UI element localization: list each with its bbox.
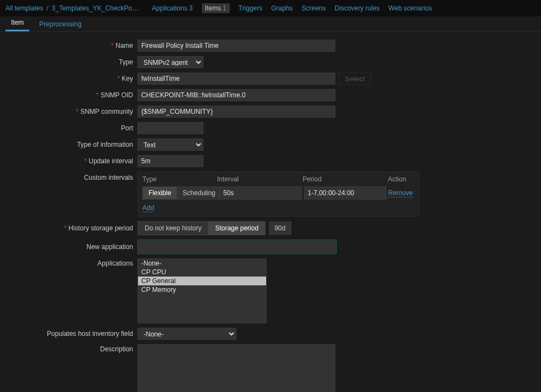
breadcrumb-current[interactable]: 3_Templates_YK_CheckPo… [52, 4, 139, 12]
description-wrap [137, 344, 335, 392]
nav-items-count: 1 [223, 4, 227, 12]
app-option-cp-cpu[interactable]: CP CPU [138, 268, 266, 277]
nav-discovery[interactable]: Discovery rules [335, 4, 380, 12]
host-inventory-select[interactable]: -None- [137, 328, 236, 340]
label-port: Port [0, 124, 137, 132]
ci-remove-link[interactable]: Remove [388, 189, 413, 197]
label-custom-intervals: Custom intervals [0, 172, 137, 181]
item-form: Name Type SNMPv2 agent Key Select SNMP O… [0, 32, 541, 392]
nav-applications[interactable]: Applications3 [152, 4, 192, 12]
label-applications: Applications [0, 258, 137, 267]
snmp-community-input[interactable] [137, 106, 335, 118]
label-description: Description [0, 344, 137, 353]
type-select[interactable]: SNMPv2 agent [137, 56, 203, 68]
update-interval-input[interactable] [137, 155, 203, 167]
nav-applications-link[interactable]: Applications [152, 4, 187, 12]
ci-head-interval: Interval [217, 175, 302, 183]
label-key: Key [0, 75, 137, 82]
snmp-oid-input[interactable] [137, 89, 335, 101]
history-value[interactable]: 90d [269, 222, 291, 235]
breadcrumb: All templates / 3_Templates_YK_CheckPo… [5, 4, 139, 12]
nav-items[interactable]: Items1 [202, 3, 230, 13]
key-select-button: Select [339, 73, 371, 85]
history-dont-keep[interactable]: Do not keep history [138, 222, 208, 235]
tab-preprocessing[interactable]: Preprocessing [34, 17, 87, 31]
ci-period-input[interactable] [304, 186, 387, 200]
ci-flexible-button[interactable]: Flexible [142, 186, 177, 200]
description-textarea[interactable] [137, 344, 335, 392]
history-segmented: Do not keep history Storage period [137, 221, 266, 235]
applications-listbox[interactable]: -None- CP CPU CP General CP Memory [137, 258, 267, 323]
ci-head-action: Action [388, 175, 415, 183]
label-new-application: New application [0, 243, 137, 251]
port-input[interactable] [137, 122, 203, 134]
label-snmp-community: SNMP community [0, 108, 137, 115]
tab-item[interactable]: Item [5, 15, 29, 31]
history-storage-period[interactable]: Storage period [208, 222, 265, 235]
nav-web[interactable]: Web scenarios [389, 4, 432, 12]
key-input[interactable] [137, 73, 335, 85]
form-tabs: Item Preprocessing [0, 16, 541, 32]
new-application-wrap [137, 240, 336, 254]
label-type: Type [0, 58, 137, 66]
ci-head-period: Period [302, 175, 388, 183]
label-host-inventory: Populates host inventory field [0, 330, 137, 338]
custom-intervals-table: Type Interval Period Action Flexible Sch… [137, 172, 419, 217]
app-option-cp-memory[interactable]: CP Memory [138, 285, 266, 294]
nav-applications-count: 3 [189, 4, 193, 12]
app-option-none[interactable]: -None- [138, 259, 266, 268]
breadcrumb-all-templates[interactable]: All templates [5, 4, 43, 12]
nav-graphs[interactable]: Graphs [271, 4, 292, 12]
ci-scheduling-button[interactable]: Scheduling [177, 186, 221, 200]
ci-type-toggle: Flexible Scheduling [142, 186, 222, 200]
name-input[interactable] [137, 40, 335, 52]
ci-interval-input[interactable] [219, 186, 302, 200]
nav-screens[interactable]: Screens [302, 4, 326, 12]
app-option-cp-general[interactable]: CP General [138, 277, 266, 285]
label-type-of-info: Type of information [0, 141, 137, 148]
new-application-input[interactable] [139, 241, 335, 253]
type-of-info-select[interactable]: Text [137, 139, 203, 151]
ci-add-link[interactable]: Add [142, 204, 154, 212]
label-history-storage: History storage period [0, 224, 137, 232]
label-snmp-oid: SNMP OID [0, 91, 137, 99]
breadcrumb-sep: / [47, 4, 48, 12]
nav-links: Applications3 Items1 Triggers Graphs Scr… [152, 3, 432, 13]
label-update-interval: Update interval [0, 157, 137, 165]
nav-items-link[interactable]: Items [205, 4, 221, 12]
ci-head-type: Type [142, 175, 217, 183]
label-name: Name [0, 42, 137, 49]
nav-triggers[interactable]: Triggers [239, 4, 263, 12]
topbar: All templates / 3_Templates_YK_CheckPo… … [0, 0, 541, 16]
